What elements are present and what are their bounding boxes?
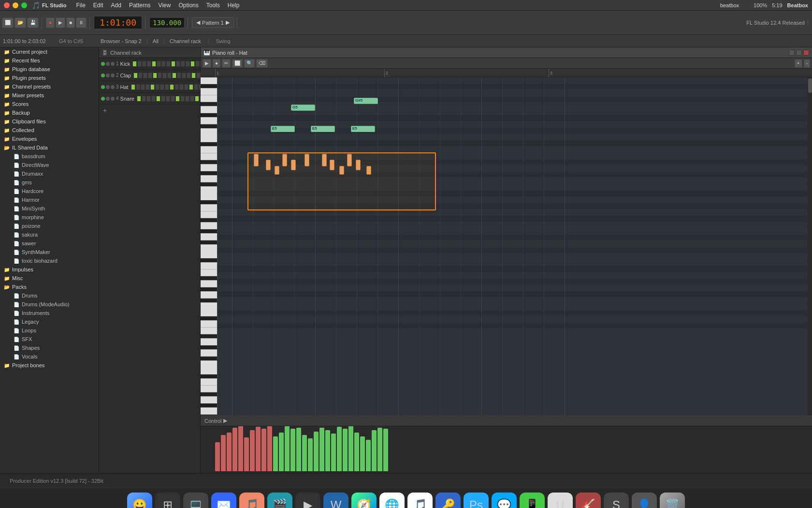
pad-2[interactable] <box>141 84 145 90</box>
sidebar-item-misc[interactable]: 📁 Misc <box>0 274 99 283</box>
record-button[interactable]: ● <box>46 17 55 28</box>
pad-5[interactable] <box>157 61 161 67</box>
dock-live[interactable]: ▶ <box>295 493 320 508</box>
sidebar-item-envelopes[interactable]: 📁 Envelopes <box>0 134 99 143</box>
sidebar-item-backup[interactable]: 📁 Backup <box>0 108 99 117</box>
sidebar-item-impulses[interactable]: 📁 Impulses <box>0 265 99 274</box>
channel-rack-label[interactable]: Channel rack <box>170 38 201 44</box>
sidebar-item-drums-modeaudio[interactable]: 📄 Drums (ModeAudio) <box>0 300 99 309</box>
pad-10[interactable] <box>185 96 189 102</box>
pad-8[interactable] <box>171 61 175 67</box>
sel-note-7[interactable] <box>322 154 327 166</box>
pad-10[interactable] <box>181 61 185 67</box>
pad-3[interactable] <box>148 73 152 78</box>
pad-7[interactable] <box>171 96 175 102</box>
dock-itunes[interactable]: 🎵 <box>407 493 433 508</box>
channel-row-hat[interactable]: 3 Hat <box>99 81 200 93</box>
pad-9[interactable] <box>177 73 181 78</box>
pad-2[interactable] <box>143 73 147 78</box>
channel-row-snare[interactable]: 4 Snare <box>99 93 200 105</box>
power-dot[interactable] <box>101 97 105 101</box>
channel-row-kick[interactable]: 1 Kick <box>99 58 200 70</box>
menu-edit[interactable]: Edit <box>93 2 103 9</box>
sel-note-9[interactable] <box>339 166 344 175</box>
browser-label[interactable]: Browser - Snap 2 <box>101 38 142 44</box>
sidebar-item-loops[interactable]: 📄 Loops <box>0 326 99 335</box>
note-g5[interactable]: G5 <box>291 105 315 111</box>
dock-audition[interactable]: 🎬 <box>267 493 292 508</box>
pad-9[interactable] <box>176 61 180 67</box>
minimize-button[interactable] <box>13 2 18 8</box>
sidebar-item-minisynth[interactable]: 📄 MiniSynth <box>0 204 99 213</box>
sel-note-11[interactable] <box>356 160 361 170</box>
pad-13[interactable] <box>196 73 201 78</box>
pad-3[interactable] <box>145 84 150 90</box>
pad-9[interactable] <box>180 96 185 102</box>
dock-trash[interactable]: 🗑️ <box>660 493 685 508</box>
sidebar-item-synthmaker[interactable]: 📄 SynthMaker <box>0 248 99 256</box>
sel-note-3[interactable] <box>275 166 279 175</box>
pad-10[interactable] <box>179 84 184 90</box>
sidebar-item-shapes[interactable]: 📄 Shapes <box>0 344 99 352</box>
scrollbar-right[interactable] <box>807 77 812 415</box>
pad-2[interactable] <box>146 96 151 102</box>
menu-options[interactable]: Options <box>178 2 198 9</box>
pad-0[interactable] <box>131 84 135 90</box>
dock-user[interactable]: 👤 <box>632 493 657 508</box>
sel-note-10[interactable] <box>347 154 352 166</box>
scrollbar-thumb[interactable] <box>808 78 812 93</box>
dock-launchpad[interactable]: ⊞ <box>155 493 180 508</box>
channel-row-clap[interactable]: 2 Clap <box>99 70 200 81</box>
pad-7[interactable] <box>167 73 172 78</box>
close-button[interactable] <box>4 2 10 8</box>
play-button[interactable]: ▶ <box>56 17 65 28</box>
minimize-window-btn[interactable] <box>789 50 795 56</box>
pad-1[interactable] <box>142 96 146 102</box>
piano-roll-grid[interactable]: G5 G#5 E5 E5 E5 <box>218 77 812 415</box>
sidebar-item-drums[interactable]: 📄 Drums <box>0 291 99 300</box>
dock-skype[interactable]: 💬 <box>492 493 517 508</box>
sidebar-item-sakura[interactable]: 📄 sakura <box>0 230 99 239</box>
pr-erase-btn[interactable]: ⌫ <box>256 59 268 68</box>
pad-9[interactable] <box>174 84 179 90</box>
all-label[interactable]: All <box>153 38 159 44</box>
note-gs5[interactable]: G#5 <box>354 98 378 104</box>
pad-3[interactable] <box>147 61 151 67</box>
pad-6[interactable] <box>166 96 170 102</box>
menu-tools[interactable]: Tools <box>206 2 220 9</box>
pad-1[interactable] <box>138 73 143 78</box>
pr-draw-btn[interactable]: ✏ <box>222 59 231 68</box>
pad-8[interactable] <box>175 96 180 102</box>
sidebar-item-il-shared-data[interactable]: 📂 IL Shared Data <box>0 143 99 152</box>
pr-zoom-in-btn[interactable]: + <box>795 59 802 68</box>
pad-8[interactable] <box>170 84 174 90</box>
sidebar-item-current-project[interactable]: 📁 Current project <box>0 47 99 56</box>
menu-file[interactable]: File <box>76 2 86 9</box>
pad-12[interactable] <box>191 73 196 78</box>
sidebar-item-hardcore[interactable]: 📄 Hardcore <box>0 187 99 195</box>
pad-11[interactable] <box>187 73 191 78</box>
pad-6[interactable] <box>162 73 167 78</box>
pause-button[interactable]: ⏸ <box>76 17 87 28</box>
dock-whatsapp[interactable]: 📱 <box>520 493 545 508</box>
pad-1[interactable] <box>137 61 142 67</box>
sidebar-item-scores[interactable]: 📁 Scores <box>0 100 99 108</box>
open-button[interactable]: 📂 <box>14 17 26 28</box>
sel-note-8[interactable] <box>330 160 334 170</box>
pad-0[interactable] <box>133 73 138 78</box>
sidebar-item-project-bones[interactable]: 📁 Project bones <box>0 361 99 370</box>
pad-12[interactable] <box>189 84 193 90</box>
pad-2[interactable] <box>142 61 146 67</box>
pad-11[interactable] <box>184 84 188 90</box>
sel-note-2[interactable] <box>266 160 271 170</box>
dock-sibelius[interactable]: S <box>604 493 629 508</box>
pad-3[interactable] <box>151 96 156 102</box>
save-button[interactable]: 💾 <box>27 17 39 28</box>
sidebar-item-bassdrum[interactable]: 📄 bassdrum <box>0 152 99 161</box>
arrow-right-icon[interactable]: ▶ <box>226 19 230 26</box>
sidebar-item-plugin-database[interactable]: 📁 Plugin database <box>0 65 99 74</box>
sel-note-6[interactable] <box>304 154 309 166</box>
pad-7[interactable] <box>166 61 171 67</box>
dock-chrome[interactable]: 🌐 <box>379 493 405 508</box>
pad-4[interactable] <box>153 73 157 78</box>
